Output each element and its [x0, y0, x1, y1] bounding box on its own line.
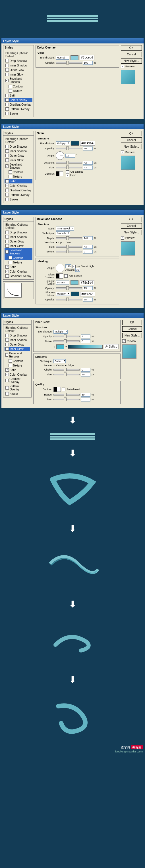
ribbon-art-2 — [0, 541, 145, 592]
cancel-button[interactable]: Cancel — [121, 52, 142, 57]
style-contour[interactable]: Contour — [4, 84, 32, 89]
bars-sample — [47, 14, 98, 23]
color-swatch[interactable] — [71, 141, 79, 146]
styles-header: Styles — [3, 45, 33, 50]
contour-curve-editor[interactable] — [4, 283, 22, 298]
titlebar: Layer Style — [1, 38, 144, 43]
style-color-overlay[interactable]: ✓Color Overlay — [4, 98, 32, 102]
style-drop-shadow[interactable]: Drop Shadow — [4, 59, 32, 63]
ok-button[interactable]: OK — [121, 45, 142, 51]
color-tag: #8ccedd — [80, 55, 94, 60]
style-stroke[interactable]: Stroke — [4, 111, 32, 116]
color-swatch[interactable] — [70, 55, 79, 60]
arrow-icon: ⬇ — [0, 599, 145, 610]
dialog-inner-glow: Layer Style Styles Blending Options: Def… — [1, 313, 144, 408]
blend-mode-select[interactable]: Normal — [56, 56, 69, 60]
angle-dial[interactable] — [56, 151, 64, 160]
style-bevel[interactable]: ✓Bevel and Emboss — [4, 77, 32, 84]
dialog-satin: Layer Style Styles Blending Options: Def… — [1, 124, 144, 205]
style-gradient-overlay[interactable]: Gradient Overlay — [4, 102, 32, 107]
style-satin[interactable]: Satin — [4, 93, 32, 98]
arrow-icon: ⬇ — [0, 674, 145, 685]
dialog-color-overlay: Layer Style Styles Blending Options: Def… — [1, 38, 144, 119]
style-bevel[interactable]: ✓Bevel and Emboss — [4, 248, 32, 255]
panel-title: Color Overlay — [36, 45, 119, 50]
style-inner-glow[interactable]: ✓Inner Glow — [4, 347, 30, 351]
preview-swatch — [121, 70, 135, 84]
style-pattern-overlay[interactable]: Pattern Overlay — [4, 107, 32, 111]
opacity-value[interactable]: 100 — [83, 61, 93, 65]
contour-picker[interactable] — [56, 171, 63, 176]
dialog-bevel: Layer Style Styles Blending Options: Def… — [1, 210, 144, 308]
arrow-icon: ⬇ — [0, 523, 145, 534]
arrow-icon: ⬇ — [0, 448, 145, 459]
ribbon-art-4 — [0, 692, 145, 743]
ribbon-art-3 — [0, 616, 145, 668]
bars-result — [50, 432, 95, 441]
preview-check[interactable]: Preview — [125, 65, 135, 68]
gradient-bar[interactable] — [68, 345, 103, 349]
ribbon-art-1 — [0, 465, 145, 517]
footer: 查字典 教程图jiaocheng.chazidian.com — [0, 743, 145, 755]
new-style-button[interactable]: New Style... — [121, 58, 142, 64]
style-outer-glow[interactable]: Outer Glow — [4, 68, 32, 72]
style-inner-glow[interactable]: Inner Glow — [4, 72, 32, 77]
blending-default[interactable]: Blending Options: Default — [4, 51, 32, 59]
style-satin[interactable]: ✓Satin — [4, 179, 32, 183]
style-inner-shadow[interactable]: Inner Shadow — [4, 63, 32, 68]
style-texture[interactable]: Texture — [4, 89, 32, 93]
arrow-icon: ⬇ — [0, 415, 145, 426]
opacity-slider[interactable] — [56, 62, 82, 64]
blend-mode-select[interactable]: Multiply — [56, 142, 70, 145]
